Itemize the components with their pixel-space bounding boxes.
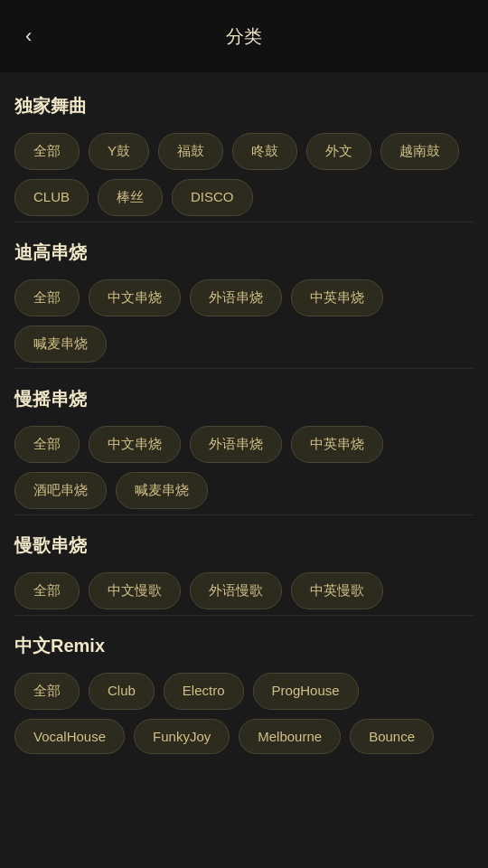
tag-slow-mix-2[interactable]: 外语串烧 (190, 426, 282, 463)
tag-chinese-remix-3[interactable]: ProgHouse (253, 673, 359, 710)
tag-disco-mix-3[interactable]: 中英串烧 (291, 279, 383, 316)
divider-2 (14, 514, 474, 515)
tag-chinese-remix-5[interactable]: FunkyJoy (134, 719, 230, 754)
tag-exclusive-dance-2[interactable]: 福鼓 (158, 133, 223, 170)
app-header: ‹ 分类 (0, 0, 488, 72)
tags-container-disco-mix: 全部中文串烧外语串烧中英串烧喊麦串烧 (14, 279, 474, 363)
tag-exclusive-dance-7[interactable]: 棒丝 (98, 179, 163, 216)
tag-slow-song-mix-2[interactable]: 外语慢歌 (190, 572, 282, 609)
tag-exclusive-dance-1[interactable]: Y鼓 (89, 133, 149, 170)
section-title-slow-mix: 慢摇串烧 (14, 387, 474, 411)
tag-chinese-remix-1[interactable]: Club (89, 673, 155, 710)
tag-disco-mix-2[interactable]: 外语串烧 (190, 279, 282, 316)
tag-exclusive-dance-4[interactable]: 外文 (306, 133, 371, 170)
tags-container-exclusive-dance: 全部Y鼓福鼓咚鼓外文越南鼓CLUB棒丝DISCO (14, 133, 474, 216)
section-title-chinese-remix: 中文Remix (14, 634, 474, 658)
tag-slow-song-mix-0[interactable]: 全部 (14, 572, 80, 609)
tag-slow-song-mix-1[interactable]: 中文慢歌 (89, 572, 181, 609)
tag-chinese-remix-2[interactable]: Electro (164, 673, 244, 710)
tags-container-chinese-remix: 全部ClubElectroProgHouseVocalHouseFunkyJoy… (14, 673, 474, 754)
section-slow-song-mix: 慢歌串烧全部中文慢歌外语慢歌中英慢歌 (14, 533, 474, 616)
tag-exclusive-dance-6[interactable]: CLUB (14, 179, 89, 216)
tags-container-slow-song-mix: 全部中文慢歌外语慢歌中英慢歌 (14, 572, 474, 609)
tag-disco-mix-0[interactable]: 全部 (14, 279, 80, 316)
tag-chinese-remix-6[interactable]: Melbourne (239, 719, 341, 754)
section-slow-mix: 慢摇串烧全部中文串烧外语串烧中英串烧酒吧串烧喊麦串烧 (14, 387, 474, 515)
tag-exclusive-dance-5[interactable]: 越南鼓 (380, 133, 459, 170)
tag-exclusive-dance-3[interactable]: 咚鼓 (232, 133, 297, 170)
divider-1 (14, 368, 474, 369)
section-chinese-remix: 中文Remix全部ClubElectroProgHouseVocalHouseF… (14, 634, 474, 754)
tag-disco-mix-1[interactable]: 中文串烧 (89, 279, 181, 316)
section-disco-mix: 迪高串烧全部中文串烧外语串烧中英串烧喊麦串烧 (14, 241, 474, 369)
divider-3 (14, 615, 474, 616)
tag-chinese-remix-0[interactable]: 全部 (14, 673, 80, 710)
tag-exclusive-dance-8[interactable]: DISCO (172, 179, 253, 216)
tag-disco-mix-4[interactable]: 喊麦串烧 (14, 326, 107, 363)
tag-exclusive-dance-0[interactable]: 全部 (14, 133, 80, 170)
page-title: 分类 (226, 24, 262, 49)
tag-chinese-remix-4[interactable]: VocalHouse (14, 719, 125, 754)
tag-slow-mix-3[interactable]: 中英串烧 (291, 426, 383, 463)
divider-0 (14, 222, 474, 222)
section-title-disco-mix: 迪高串烧 (14, 241, 474, 265)
tag-slow-mix-5[interactable]: 喊麦串烧 (116, 472, 208, 509)
tag-slow-mix-1[interactable]: 中文串烧 (89, 426, 181, 463)
tag-slow-mix-4[interactable]: 酒吧串烧 (14, 472, 107, 509)
tag-slow-mix-0[interactable]: 全部 (14, 426, 80, 463)
back-button[interactable]: ‹ (18, 17, 39, 55)
tag-chinese-remix-7[interactable]: Bounce (350, 719, 434, 754)
section-title-exclusive-dance: 独家舞曲 (14, 94, 474, 118)
tags-container-slow-mix: 全部中文串烧外语串烧中英串烧酒吧串烧喊麦串烧 (14, 426, 474, 509)
tag-slow-song-mix-3[interactable]: 中英慢歌 (291, 572, 383, 609)
section-title-slow-song-mix: 慢歌串烧 (14, 533, 474, 558)
main-content: 独家舞曲全部Y鼓福鼓咚鼓外文越南鼓CLUB棒丝DISCO迪高串烧全部中文串烧外语… (0, 72, 488, 799)
section-exclusive-dance: 独家舞曲全部Y鼓福鼓咚鼓外文越南鼓CLUB棒丝DISCO (14, 94, 474, 222)
